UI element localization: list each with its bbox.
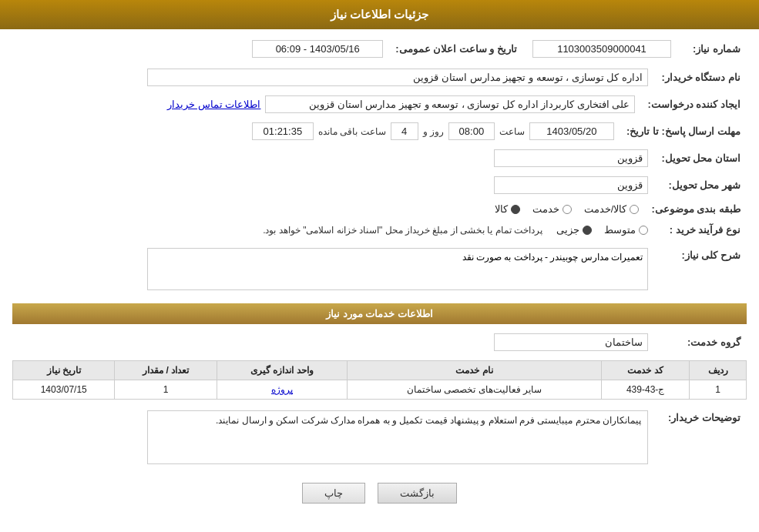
- radio-khadamat: [563, 205, 572, 214]
- procurement-option-jozi[interactable]: جزیی: [556, 224, 592, 236]
- delivery-province-label: استان محل تحویل:: [654, 146, 747, 170]
- deadline-label: مهلت ارسال پاسخ: تا تاریخ:: [620, 119, 747, 143]
- back-button[interactable]: بازگشت: [378, 483, 457, 504]
- procurement-option-motavaset[interactable]: متوسط: [604, 224, 648, 236]
- delivery-province-value: قزوین: [494, 149, 648, 167]
- services-section-title: اطلاعات خدمات مورد نیاز: [12, 303, 747, 324]
- deadline-remaining-label: ساعت باقی مانده: [318, 126, 386, 137]
- procurement-label-jozi: جزیی: [556, 224, 579, 236]
- category-option-kala[interactable]: کالا: [495, 203, 520, 215]
- need-desc-textarea[interactable]: [147, 248, 648, 290]
- radio-kala: [511, 205, 520, 214]
- buyer-notes-label: توضیحات خریدار:: [654, 407, 747, 467]
- action-buttons: بازگشت چاپ: [12, 483, 747, 504]
- procurement-desc: پرداخت تمام یا بخشی از مبلغ خریداز محل "…: [18, 225, 542, 236]
- deadline-remaining: 01:21:35: [252, 122, 314, 140]
- contact-link[interactable]: اطلاعات تماس خریدار: [167, 99, 260, 110]
- radio-kala-khadamat: [630, 205, 639, 214]
- category-label: طبقه بندی موضوعی:: [645, 200, 747, 218]
- page-header: جزئیات اطلاعات نیاز: [0, 0, 759, 29]
- services-table: ردیف کد خدمت نام خدمت واحد اندازه گیری ت…: [12, 360, 747, 400]
- deadline-date: 1403/05/20: [529, 122, 614, 140]
- delivery-city-value: قزوین: [494, 176, 648, 194]
- cell-row: 1: [690, 380, 747, 400]
- print-button[interactable]: چاپ: [302, 483, 365, 504]
- cell-service-code: ج-43-439: [602, 380, 690, 400]
- category-label-khadamat: خدمت: [532, 203, 559, 215]
- procurement-label-motavaset: متوسط: [604, 224, 636, 236]
- creator-value: علی افتخاری کاربرداز اداره کل توسازی ، ت…: [265, 95, 635, 113]
- announce-label: تاریخ و ساعت اعلان عمومی:: [389, 37, 523, 61]
- deadline-time-label: ساعت: [499, 126, 525, 137]
- radio-jozi: [583, 226, 592, 235]
- table-row: 1ج-43-439سایر فعالیت‌های تخصصی ساختمانپر…: [13, 380, 747, 400]
- header-title: جزئیات اطلاعات نیاز: [331, 8, 428, 21]
- category-label-kala-khadamat: کالا/خدمت: [584, 203, 627, 215]
- buyer-notes-value: پیمانکاران محترم میبایستی فرم استعلام و …: [147, 410, 648, 464]
- delivery-city-label: شهر محل تحویل:: [654, 173, 747, 197]
- creator-label: ایجاد کننده درخواست:: [641, 92, 747, 116]
- service-group-value: ساختمان: [494, 333, 648, 351]
- category-option-khadamat[interactable]: خدمت: [532, 203, 572, 215]
- buyer-org-value: اداره کل توسازی ، توسعه و تجهیز مدارس اس…: [147, 69, 648, 86]
- col-row: ردیف: [690, 361, 747, 380]
- deadline-days: 4: [391, 122, 418, 140]
- radio-motavaset: [639, 226, 648, 235]
- col-service-code: کد خدمت: [602, 361, 690, 380]
- col-date: تاریخ نیاز: [13, 361, 115, 380]
- category-option-kala-khadamat[interactable]: کالا/خدمت: [584, 203, 640, 215]
- col-quantity: تعداد / مقدار: [115, 361, 217, 380]
- cell-unit: پروژه: [217, 380, 348, 400]
- procurement-label: نوع فرآیند خرید :: [654, 221, 747, 239]
- cell-quantity: 1: [115, 380, 217, 400]
- need-number-value: 1103003509000041: [532, 40, 671, 58]
- service-group-label: گروه خدمت:: [654, 330, 747, 354]
- category-label-kala: کالا: [495, 203, 508, 215]
- cell-date: 1403/07/15: [13, 380, 115, 400]
- deadline-days-label: روز و: [423, 126, 444, 137]
- need-number-label: شماره نیاز:: [677, 37, 747, 61]
- announce-value: 1403/05/16 - 06:09: [252, 40, 383, 58]
- buyer-org-label: نام دستگاه خریدار:: [654, 65, 747, 89]
- col-service-name: نام خدمت: [348, 361, 602, 380]
- cell-service-name: سایر فعالیت‌های تخصصی ساختمان: [348, 380, 602, 400]
- col-unit: واحد اندازه گیری: [217, 361, 348, 380]
- need-desc-label: شرح کلی نیاز:: [654, 245, 747, 296]
- deadline-time: 08:00: [448, 122, 495, 140]
